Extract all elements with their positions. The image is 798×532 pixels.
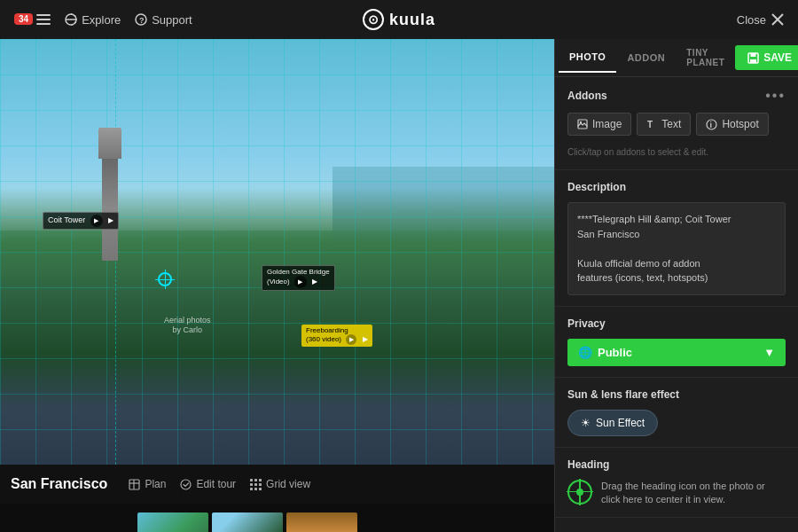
marker-coit-play: ▶ xyxy=(90,215,103,227)
tab-tiny-planet[interactable]: TINY PLANET xyxy=(676,39,735,76)
explore-label: Explore xyxy=(82,13,121,27)
tab-addon[interactable]: ADDON xyxy=(616,43,676,72)
svg-rect-1 xyxy=(36,19,51,20)
plan-button[interactable]: Plan xyxy=(129,478,166,490)
save-icon xyxy=(747,52,759,64)
main-layout: Coit Tower ▶ Golden Gate Bridge(Video) ▶… xyxy=(0,39,798,532)
explore-button[interactable]: Explore xyxy=(65,13,121,27)
privacy-title: Privacy xyxy=(567,317,786,330)
svg-text:i: i xyxy=(710,121,713,129)
addons-title: Addons xyxy=(567,90,607,102)
marker-golden-gate[interactable]: Golden Gate Bridge(Video) ▶ xyxy=(262,265,335,291)
bottom-bar: San Francisco Plan Edit tour xyxy=(0,465,554,504)
menu-icon xyxy=(36,14,51,25)
image-addon-button[interactable]: Image xyxy=(567,113,631,136)
close-icon xyxy=(771,13,784,26)
hotspot-icon: i xyxy=(706,119,717,130)
svg-text:T: T xyxy=(647,120,653,129)
svg-rect-0 xyxy=(36,14,51,16)
tab-bar: PHOTO ADDON TINY PLANET SAVE xyxy=(555,39,798,77)
heading-icon-center xyxy=(576,489,583,496)
thumbnail-3[interactable] xyxy=(286,512,357,532)
svg-rect-19 xyxy=(250,488,253,490)
more-options-button[interactable]: ••• xyxy=(765,88,786,104)
svg-point-12 xyxy=(181,480,191,489)
svg-rect-13 xyxy=(250,479,253,481)
image-icon xyxy=(577,119,588,129)
hotspot-addon-button[interactable]: i Hotspot xyxy=(696,113,768,136)
addons-section: Addons ••• Image T Text xyxy=(555,77,798,170)
tab-photo[interactable]: PHOTO xyxy=(559,43,616,73)
save-button[interactable]: SAVE xyxy=(735,45,798,70)
panorama-title: San Francisco xyxy=(11,476,107,492)
text-addon-label: Text xyxy=(661,118,681,130)
svg-rect-16 xyxy=(250,483,253,486)
heading-info: Drag the heading icon on the photo or cl… xyxy=(567,480,786,507)
thumbnail-2[interactable] xyxy=(212,512,283,532)
crosshair xyxy=(158,272,172,286)
grid-view-label: Grid view xyxy=(266,478,310,490)
close-button[interactable]: Close xyxy=(737,13,784,27)
addon-hint: Click/tap on addons to select & edit. xyxy=(567,147,708,157)
watermark: Aerial photos by Carlo xyxy=(164,316,211,336)
marker-freeb-play: ▶ xyxy=(346,334,356,345)
marker-coit-label: Coit Tower xyxy=(48,215,85,224)
notification-badge: 34 xyxy=(14,13,33,25)
text-icon: T xyxy=(646,119,657,129)
marker-freeboarding[interactable]: Freeboarding(360 video) ▶ xyxy=(301,325,372,347)
description-content: ****Telegraph Hill &amp; Coit Tower San … xyxy=(577,212,776,286)
svg-text:?: ? xyxy=(139,16,145,25)
logo: ⊙ kuula xyxy=(363,9,435,30)
edit-tour-label: Edit tour xyxy=(196,478,236,490)
svg-rect-23 xyxy=(751,53,756,57)
svg-rect-15 xyxy=(259,479,262,481)
support-label: Support xyxy=(152,13,192,27)
dropdown-arrow-icon: ▼ xyxy=(763,346,775,359)
topbar-right: Close xyxy=(737,13,784,27)
grid-overlay xyxy=(0,39,554,465)
description-box[interactable]: ****Telegraph Hill &amp; Coit Tower San … xyxy=(567,202,786,295)
description-title: Description xyxy=(567,181,786,193)
privacy-dropdown[interactable]: 🌐 Public ▼ xyxy=(567,339,786,366)
left-panel: Coit Tower ▶ Golden Gate Bridge(Video) ▶… xyxy=(0,39,554,532)
marker-freeb-label: Freeboarding(360 video) xyxy=(306,326,348,343)
close-label: Close xyxy=(737,13,766,27)
text-addon-button[interactable]: T Text xyxy=(637,113,691,136)
plan-icon xyxy=(129,479,140,490)
notification-area[interactable]: 34 xyxy=(14,14,51,26)
heading-crosshair-icon[interactable] xyxy=(567,480,592,505)
svg-rect-18 xyxy=(259,483,262,486)
logo-icon: ⊙ xyxy=(363,9,384,30)
privacy-value: Public xyxy=(598,346,632,359)
support-button[interactable]: ? Support xyxy=(135,13,192,27)
sun-icon: ☀ xyxy=(581,417,591,429)
tower xyxy=(102,154,118,261)
right-panel: PHOTO ADDON TINY PLANET SAVE Addons • xyxy=(554,39,798,532)
svg-rect-14 xyxy=(254,479,257,481)
edit-tour-button[interactable]: Edit tour xyxy=(180,478,236,490)
grid-view-button[interactable]: Grid view xyxy=(250,478,310,490)
explore-icon xyxy=(65,13,77,26)
sun-effect-button[interactable]: ☀ Sun Effect xyxy=(567,410,658,436)
svg-rect-20 xyxy=(254,488,257,490)
addon-buttons: Image T Text i Hotspot xyxy=(567,113,786,136)
panorama-view[interactable]: Coit Tower ▶ Golden Gate Bridge(Video) ▶… xyxy=(0,39,554,465)
globe-icon: 🌐 xyxy=(578,346,592,359)
svg-rect-17 xyxy=(254,483,257,486)
heading-section: Heading Drag the heading icon on the pho… xyxy=(555,448,798,519)
privacy-section: Privacy 🌐 Public ▼ xyxy=(555,307,798,378)
sun-lens-section: Sun & lens flare effect ☀ Sun Effect xyxy=(555,378,798,448)
marker-coit-tower[interactable]: Coit Tower ▶ xyxy=(43,212,119,230)
thumbnail-1[interactable] xyxy=(137,512,208,532)
plan-label: Plan xyxy=(145,478,166,490)
hotspot-addon-label: Hotspot xyxy=(722,118,758,130)
image-addon-label: Image xyxy=(592,118,622,130)
description-section: Description ****Telegraph Hill &amp; Coi… xyxy=(555,170,798,307)
help-icon: ? xyxy=(135,13,147,26)
svg-rect-21 xyxy=(259,488,262,490)
sun-lens-title: Sun & lens flare effect xyxy=(567,388,786,401)
grid-icon xyxy=(250,479,262,490)
marker-gg-play: ▶ xyxy=(294,276,307,288)
edit-icon xyxy=(180,479,192,490)
topbar-left: 34 Explore ? Support xyxy=(14,13,192,27)
